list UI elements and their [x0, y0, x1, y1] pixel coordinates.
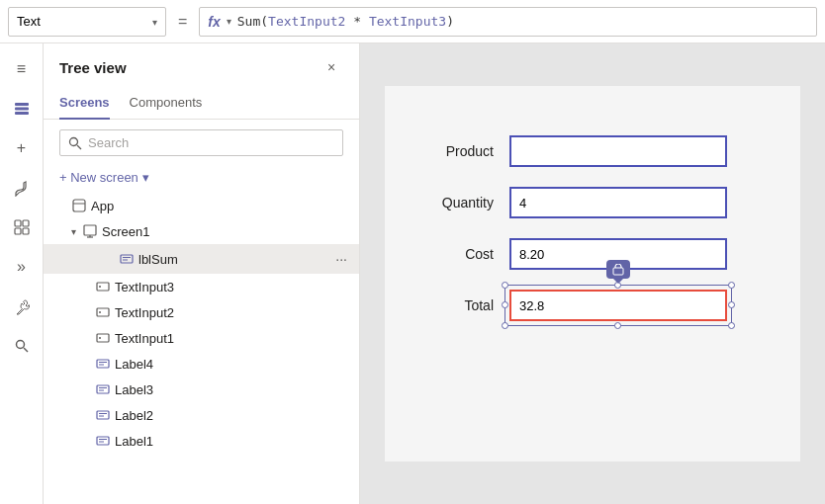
svg-line-8	[24, 348, 28, 352]
grid-icon[interactable]	[4, 210, 40, 245]
main-layout: ≡ + » Tree view × Screens C	[0, 43, 825, 504]
app-canvas[interactable]: Product Quantity Cost Total	[385, 86, 800, 462]
tree-item-textinput2-label: TextInput2	[115, 305, 351, 320]
property-dropdown[interactable]: Text	[8, 7, 166, 37]
icon-sidebar: ≡ + »	[0, 43, 44, 504]
tree-item-label2-label: Label2	[115, 408, 351, 423]
formula-bar[interactable]: fx Sum(TextInput2 * TextInput3)	[199, 7, 817, 37]
total-control-wrapper	[509, 290, 727, 321]
tree-item-textinput1[interactable]: TextInput1	[44, 325, 359, 351]
brush-icon[interactable]	[4, 170, 40, 206]
tree-item-textinput2[interactable]: TextInput2	[44, 299, 359, 325]
form-row-cost: Cost	[424, 238, 727, 270]
svg-rect-13	[84, 225, 96, 235]
svg-rect-16	[121, 255, 133, 263]
add-icon[interactable]: +	[4, 130, 40, 166]
handle-ml[interactable]	[502, 301, 508, 308]
product-input[interactable]	[509, 135, 727, 167]
formula-op: *	[345, 14, 368, 29]
new-screen-label: + New screen	[59, 170, 138, 185]
tab-components[interactable]: Components	[130, 87, 203, 120]
textinput-icon-2	[95, 304, 111, 320]
label-icon-4	[95, 356, 111, 372]
form-row-product: Product	[424, 135, 727, 167]
formula-close: )	[446, 14, 454, 29]
search-icon	[68, 136, 82, 150]
tree-item-textinput3-label: TextInput3	[115, 280, 351, 294]
handle-bc[interactable]	[614, 322, 621, 329]
svg-rect-34	[97, 437, 109, 445]
svg-point-7	[16, 341, 24, 349]
chevrons-right-icon[interactable]: »	[4, 249, 40, 285]
svg-rect-28	[97, 385, 109, 393]
tree-item-textinput1-label: TextInput1	[115, 331, 351, 346]
search-box[interactable]	[59, 129, 343, 156]
handle-br[interactable]	[728, 322, 735, 329]
formula-text: Sum(TextInput2 * TextInput3)	[237, 14, 454, 29]
quantity-input[interactable]	[509, 187, 727, 218]
label-icon-3	[95, 381, 111, 397]
tree-item-lblsum[interactable]: lblSum ···	[44, 244, 359, 274]
handle-tl[interactable]	[502, 282, 508, 289]
tree-item-textinput3[interactable]: TextInput3	[44, 274, 359, 299]
hamburger-icon[interactable]: ≡	[4, 51, 40, 87]
svg-rect-0	[15, 103, 29, 106]
close-tree-button[interactable]: ×	[320, 55, 343, 79]
tree-header: Tree view ×	[44, 43, 359, 87]
label-icon-lblsum	[119, 251, 135, 267]
total-label: Total	[424, 297, 494, 313]
tree-item-label1-label: Label1	[115, 434, 351, 449]
svg-rect-2	[15, 112, 29, 115]
new-screen-button[interactable]: + New screen ▾	[44, 166, 359, 189]
svg-rect-5	[15, 228, 21, 234]
tree-item-app[interactable]: App	[44, 193, 359, 218]
quantity-label: Quantity	[424, 195, 494, 210]
tree-item-lblsum-label: lblSum	[138, 252, 327, 267]
tree-item-label3[interactable]: Label3	[44, 377, 359, 402]
formula-plain: Sum(	[237, 14, 268, 29]
lblsum-more-button[interactable]: ···	[331, 249, 351, 269]
formula-var1: TextInput2	[268, 14, 345, 29]
search-icon-sidebar[interactable]	[4, 328, 40, 364]
tree-item-screen1-label: Screen1	[102, 224, 351, 239]
tree-item-screen1[interactable]: ▾ Screen1	[44, 218, 359, 244]
svg-rect-19	[97, 283, 109, 291]
tab-screens[interactable]: Screens	[59, 87, 110, 120]
product-label: Product	[424, 143, 494, 159]
textinput-icon-1	[95, 330, 111, 346]
handle-bl[interactable]	[502, 322, 508, 329]
svg-rect-11	[73, 200, 85, 211]
tree-item-label2[interactable]: Label2	[44, 402, 359, 428]
tooltip-badge	[606, 260, 630, 279]
form-container: Product Quantity Cost Total	[424, 135, 727, 341]
fx-icon: fx	[208, 14, 220, 30]
handle-tr[interactable]	[728, 282, 735, 289]
tree-item-app-label: App	[91, 199, 351, 213]
total-input[interactable]	[509, 290, 727, 321]
svg-point-9	[70, 137, 78, 145]
property-label: Text	[17, 14, 41, 29]
tree-item-label4-label: Label4	[115, 357, 351, 372]
form-row-total: Total	[424, 290, 727, 321]
wrench-icon[interactable]	[4, 289, 40, 324]
label-icon-2	[95, 407, 111, 423]
svg-rect-3	[15, 220, 21, 226]
handle-mr[interactable]	[728, 301, 735, 308]
screen-icon	[82, 223, 98, 239]
tree-panel: Tree view × Screens Components + New scr…	[44, 43, 360, 504]
svg-rect-23	[97, 334, 109, 342]
top-bar: Text = fx Sum(TextInput2 * TextInput3)	[0, 0, 825, 43]
tree-item-label1[interactable]: Label1	[44, 428, 359, 454]
svg-rect-37	[613, 268, 623, 275]
form-row-quantity: Quantity	[424, 187, 727, 218]
screen1-chevron-icon: ▾	[71, 226, 76, 237]
equals-sign: =	[174, 13, 191, 31]
layers-icon[interactable]	[4, 91, 40, 126]
tree-panel-title: Tree view	[59, 59, 127, 76]
fx-chevron-icon	[227, 16, 231, 27]
search-input[interactable]	[88, 135, 334, 150]
svg-rect-1	[15, 108, 29, 111]
tree-item-label4[interactable]: Label4	[44, 351, 359, 377]
svg-rect-4	[23, 220, 29, 226]
svg-rect-31	[97, 411, 109, 419]
